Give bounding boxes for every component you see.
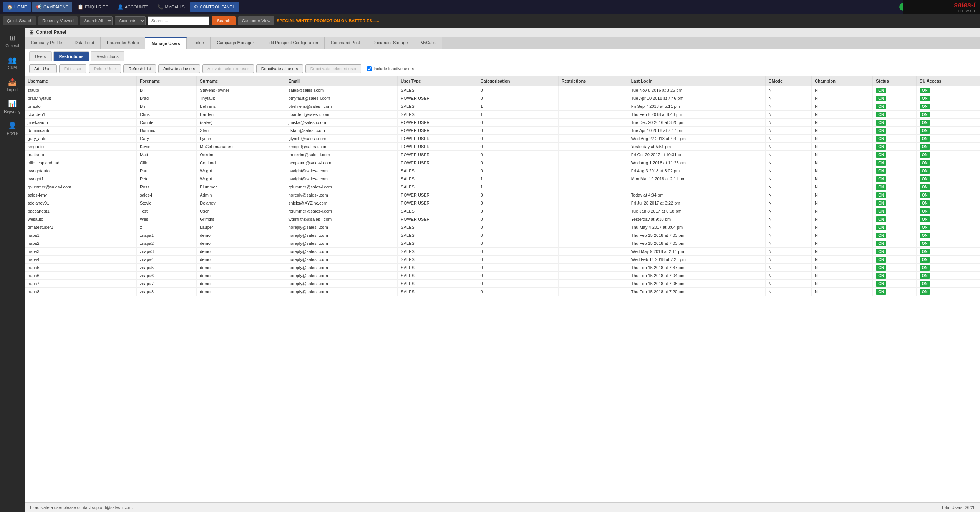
tab-command-post[interactable]: Command Post xyxy=(325,37,366,49)
status-badge[interactable]: ON xyxy=(876,289,886,295)
status-badge[interactable]: ON xyxy=(876,120,886,126)
col-surname[interactable]: Surname xyxy=(197,76,285,86)
status-badge[interactable]: ON xyxy=(876,241,886,246)
status-badge[interactable]: ON xyxy=(876,200,886,206)
status-badge[interactable]: ON xyxy=(876,249,886,254)
su-access-badge[interactable]: ON xyxy=(920,168,930,174)
su-access-badge[interactable]: ON xyxy=(920,257,930,263)
su-access-badge[interactable]: ON xyxy=(920,241,930,246)
col-restrictions[interactable]: Restrictions xyxy=(558,76,628,86)
search-go-button[interactable]: Search xyxy=(212,16,236,25)
status-badge[interactable]: ON xyxy=(876,225,886,230)
su-access-badge[interactable]: ON xyxy=(920,225,930,230)
table-row[interactable]: brad.thyfaultBradThyfaultbthyfault@sales… xyxy=(25,94,980,102)
status-badge[interactable]: ON xyxy=(876,144,886,150)
edit-user-button[interactable]: Edit User xyxy=(59,64,86,73)
tab-data-load[interactable]: Data Load xyxy=(68,37,101,49)
sidebar-item-crm[interactable]: 👥 CRM xyxy=(2,53,23,73)
tab-ticker[interactable]: Ticker xyxy=(187,37,211,49)
tab-parameter-setup[interactable]: Parameter Setup xyxy=(101,37,145,49)
tab-campaign-manager[interactable]: Campaign Manager xyxy=(211,37,260,49)
su-access-badge[interactable]: ON xyxy=(920,160,930,166)
su-access-badge[interactable]: ON xyxy=(920,216,930,222)
quick-search-button[interactable]: Quick Search xyxy=(3,16,36,25)
col-email[interactable]: Email xyxy=(285,76,398,86)
table-row[interactable]: gary_autoGaryLynchglynch@sales-i.comPOWE… xyxy=(25,135,980,143)
customer-view-button[interactable]: Customer View xyxy=(238,16,274,25)
table-row[interactable]: cbarden1ChrisBardencbarden@sales-i.comSA… xyxy=(25,111,980,119)
table-row[interactable]: jmiskaautoCounter(sales)jmiska@sales-i.c… xyxy=(25,119,980,127)
status-badge[interactable]: ON xyxy=(876,257,886,263)
sub-tab-restrictions[interactable]: Restrictions xyxy=(53,51,90,61)
su-access-badge[interactable]: ON xyxy=(920,128,930,134)
accounts-dropdown[interactable]: Accounts xyxy=(115,16,146,25)
status-badge[interactable]: ON xyxy=(876,265,886,271)
table-row[interactable]: dominicautoDominicStarrdstarr@sales-i.co… xyxy=(25,127,980,135)
status-badge[interactable]: ON xyxy=(876,184,886,190)
search-input[interactable] xyxy=(148,16,209,25)
status-badge[interactable]: ON xyxy=(876,128,886,134)
nav-item-accounts[interactable]: 👤 ACCOUNTS xyxy=(114,2,153,12)
su-access-badge[interactable]: ON xyxy=(920,265,930,271)
table-row[interactable]: sales-i-mysales-iAdminnoreply@sales-i.co… xyxy=(25,191,980,199)
status-badge[interactable]: ON xyxy=(876,160,886,166)
status-badge[interactable]: ON xyxy=(876,112,886,117)
status-badge[interactable]: ON xyxy=(876,176,886,182)
col-username[interactable]: Username xyxy=(25,76,136,86)
su-access-badge[interactable]: ON xyxy=(920,104,930,109)
status-badge[interactable]: ON xyxy=(876,152,886,158)
status-badge[interactable]: ON xyxy=(876,104,886,109)
su-access-badge[interactable]: ON xyxy=(920,144,930,150)
tab-edit-prospect-configuration[interactable]: Edit Prospect Configuration xyxy=(260,37,325,49)
sidebar-item-profile[interactable]: 👤 Profile xyxy=(2,118,23,139)
su-access-badge[interactable]: ON xyxy=(920,208,930,214)
table-row[interactable]: napa8znapa8demonoreply@sales-i.comSALES0… xyxy=(25,288,980,296)
tab-manage-users[interactable]: Manage Users xyxy=(145,37,187,49)
table-row[interactable]: ollie_copland_adOllieCoplandocopland@sal… xyxy=(25,159,980,167)
col-champion[interactable]: Champion xyxy=(812,76,873,86)
table-row[interactable]: napa1znapa1demonoreply@sales-i.comSALES0… xyxy=(25,231,980,239)
status-badge[interactable]: ON xyxy=(876,216,886,222)
table-row[interactable]: kmgautoKevinMcGirl (manager)kmcgirl@sale… xyxy=(25,143,980,151)
deactivate-all-button[interactable]: Deactivate all users xyxy=(256,64,303,73)
table-row[interactable]: pwrightautoPaulWrightpwright@sales-i.com… xyxy=(25,167,980,175)
table-row[interactable]: napa3znapa3demonoreply@sales-i.comSALES0… xyxy=(25,248,980,256)
add-user-button[interactable]: Add User xyxy=(29,64,57,73)
status-badge[interactable]: ON xyxy=(876,281,886,287)
status-badge[interactable]: ON xyxy=(876,208,886,214)
sub-tab-restrictions2[interactable]: Restrictions xyxy=(91,51,124,61)
tab-mycalls[interactable]: MyCalls xyxy=(414,37,442,49)
su-access-badge[interactable]: ON xyxy=(920,152,930,158)
table-row[interactable]: wesautoWesGriffithswgriffliths@sales-i.c… xyxy=(25,215,980,223)
su-access-badge[interactable]: ON xyxy=(920,176,930,182)
col-categorisation[interactable]: Categorisation xyxy=(477,76,558,86)
table-row[interactable]: sfautoBillStevens (owner)sales@sales-i.c… xyxy=(25,86,980,94)
nav-item-mycalls[interactable]: 📞 MYCALLS xyxy=(154,2,188,12)
status-badge[interactable]: ON xyxy=(876,273,886,279)
su-access-badge[interactable]: ON xyxy=(920,233,930,238)
search-all-dropdown[interactable]: Search All xyxy=(80,16,113,25)
col-su-access[interactable]: SU Access xyxy=(916,76,980,86)
table-row[interactable]: sdelaney01StevieDelaneysnicks@XYZinc.com… xyxy=(25,199,980,207)
recently-viewed-button[interactable]: Recently Viewed xyxy=(38,16,78,25)
su-access-badge[interactable]: ON xyxy=(920,136,930,142)
table-row[interactable]: napa2znapa2demonoreply@sales-i.comSALES0… xyxy=(25,239,980,248)
refresh-list-button[interactable]: Refresh List xyxy=(123,64,156,73)
col-forename[interactable]: Forename xyxy=(136,76,196,86)
table-row[interactable]: napa4znapa4demonoreply@sales-i.comSALES0… xyxy=(25,256,980,264)
sidebar-item-general[interactable]: ⊞ General xyxy=(2,31,23,51)
sub-tab-users[interactable]: Users xyxy=(29,51,52,61)
status-badge[interactable]: ON xyxy=(876,88,886,93)
deactivate-selected-button[interactable]: Deactivate selected user xyxy=(305,64,361,73)
su-access-badge[interactable]: ON xyxy=(920,120,930,126)
sidebar-item-import[interactable]: 📥 Import xyxy=(2,74,23,95)
status-badge[interactable]: ON xyxy=(876,168,886,174)
su-access-badge[interactable]: ON xyxy=(920,249,930,254)
su-access-badge[interactable]: ON xyxy=(920,281,930,287)
su-access-badge[interactable]: ON xyxy=(920,96,930,101)
include-inactive-label[interactable]: Include inactive users xyxy=(367,66,414,71)
activate-all-button[interactable]: Activate all users xyxy=(158,64,200,73)
delete-user-button[interactable]: Delete User xyxy=(89,64,121,73)
col-user-type[interactable]: User Type xyxy=(398,76,477,86)
nav-item-enquiries[interactable]: 📋 ENQUIRIES xyxy=(74,2,112,12)
